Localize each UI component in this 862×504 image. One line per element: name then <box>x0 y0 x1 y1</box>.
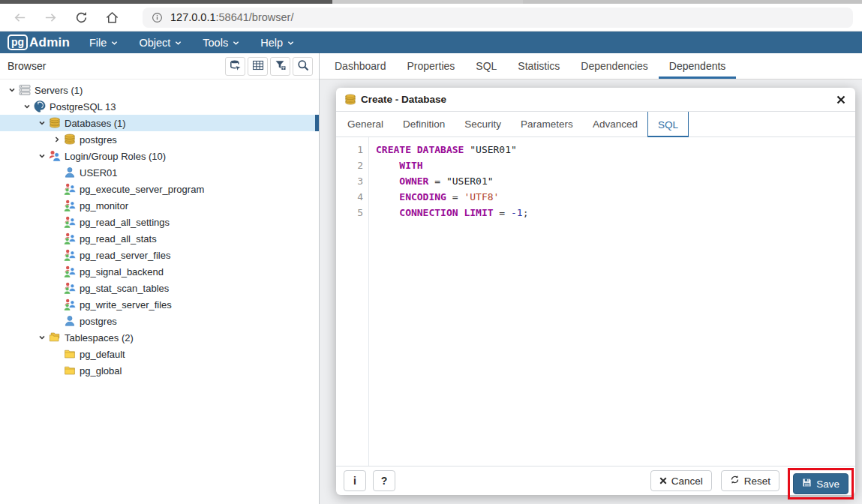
tree-item-label: pg_read_all_settings <box>80 217 170 228</box>
reset-label: Reset <box>744 476 770 487</box>
line-number-gutter: 12345 <box>336 137 369 466</box>
tree-item-label: pg_signal_backend <box>80 266 164 278</box>
chevron-down-icon[interactable] <box>36 334 48 341</box>
tree-item[interactable]: Databases (1) <box>0 115 319 131</box>
info-button[interactable]: i <box>344 470 366 491</box>
cancel-x-icon <box>659 476 667 487</box>
tree-item[interactable]: pg_write_server_files <box>0 296 319 313</box>
reset-button[interactable]: Reset <box>721 470 779 491</box>
browser-panel-title: Browser <box>8 60 225 72</box>
server-icon <box>19 84 32 96</box>
grid-button[interactable] <box>248 57 268 76</box>
browser-panel: Browser Servers (1)PostgreSQL 13Database… <box>0 53 320 504</box>
tree-item[interactable]: pg_global <box>0 362 319 379</box>
menu-file[interactable]: File <box>89 37 118 49</box>
search-button[interactable] <box>293 57 313 76</box>
chevron-right-icon[interactable] <box>51 136 63 143</box>
menu-tools[interactable]: Tools <box>203 37 239 49</box>
tree-item[interactable]: PostgreSQL 13 <box>0 98 319 115</box>
back-icon[interactable] <box>11 8 29 26</box>
dialog-tab-general[interactable]: General <box>338 112 393 136</box>
tab-sql[interactable]: SQL <box>465 53 507 79</box>
tree-item[interactable]: USER01 <box>0 164 319 181</box>
tab-dashboard[interactable]: Dashboard <box>324 53 397 79</box>
menu-object[interactable]: Object <box>139 37 182 49</box>
help-button[interactable]: ? <box>373 470 395 491</box>
tree-item-label: pg_execute_server_program <box>80 184 204 195</box>
object-explorer-button[interactable] <box>225 57 245 76</box>
tree-item-label: pg_stat_scan_tables <box>80 283 169 294</box>
chevron-down-icon[interactable] <box>6 86 18 94</box>
tree-item[interactable]: pg_read_all_stats <box>0 230 319 247</box>
tab-properties[interactable]: Properties <box>397 53 466 79</box>
tree-item[interactable]: Servers (1) <box>0 82 319 98</box>
user-icon <box>64 166 77 178</box>
tree-item[interactable]: postgres <box>0 131 319 148</box>
tab-statistics[interactable]: Statistics <box>507 53 570 79</box>
save-highlight-annotation: Save <box>788 468 854 500</box>
group-roles-icon <box>49 150 62 162</box>
tree-item-label: USER01 <box>80 167 118 178</box>
role-group-icon <box>64 282 77 294</box>
create-database-dialog: Create - Database GeneralDefinitionSecur… <box>336 88 855 495</box>
code-line: CONNECTION LIMIT = -1; <box>376 205 529 220</box>
tree-item[interactable]: pg_stat_scan_tables <box>0 280 319 296</box>
grid-icon <box>252 59 264 74</box>
sql-editor[interactable]: 12345 CREATE DATABASE "USER01" WITH OWNE… <box>336 137 855 466</box>
reset-icon <box>730 475 740 487</box>
reload-icon[interactable] <box>72 8 90 26</box>
folder-icon <box>64 348 77 360</box>
tab-dependents[interactable]: Dependents <box>659 53 737 79</box>
role-group-icon <box>64 249 77 261</box>
info-icon[interactable] <box>152 12 163 23</box>
tree-item[interactable]: pg_default <box>0 346 319 362</box>
menu-label: Tools <box>203 37 228 49</box>
database-icon <box>344 94 356 106</box>
tree-item[interactable]: Login/Group Roles (10) <box>0 148 319 164</box>
folder-icon <box>64 364 77 376</box>
line-number: 4 <box>336 189 363 205</box>
role-group-icon <box>64 200 77 212</box>
save-button[interactable]: Save <box>793 473 848 494</box>
dialog-tab-advanced[interactable]: Advanced <box>583 112 647 136</box>
browser-panel-toolbar <box>225 57 313 76</box>
browser-tab-bar <box>523 0 862 4</box>
dialog-tab-sql[interactable]: SQL <box>647 112 689 137</box>
active-browser-tab-edge <box>0 0 332 4</box>
forward-icon[interactable] <box>41 8 59 26</box>
object-explorer-icon <box>230 59 242 74</box>
chevron-down-icon[interactable] <box>36 152 48 160</box>
tree-item[interactable]: Tablespaces (2) <box>0 329 319 346</box>
database-icon <box>64 134 77 146</box>
cancel-button[interactable]: Cancel <box>650 470 712 491</box>
chevron-down-icon[interactable] <box>21 103 33 110</box>
tree-item-label: postgres <box>80 316 117 327</box>
menu-label: Object <box>139 37 170 49</box>
dialog-tab-parameters[interactable]: Parameters <box>511 112 583 136</box>
home-icon[interactable] <box>103 8 121 26</box>
tree-item-label: Servers (1) <box>35 85 83 96</box>
tree-item[interactable]: pg_signal_backend <box>0 263 319 280</box>
close-icon[interactable] <box>835 94 847 106</box>
role-group-icon <box>64 266 77 278</box>
tree-item[interactable]: pg_read_server_files <box>0 247 319 263</box>
url-bar[interactable]: 127.0.0.1:58641/browser/ <box>143 8 853 28</box>
tree-item-label: pg_monitor <box>80 200 128 212</box>
tree-item[interactable]: pg_monitor <box>0 197 319 214</box>
dialog-tab-security[interactable]: Security <box>455 112 511 136</box>
tree-item[interactable]: pg_read_all_settings <box>0 214 319 230</box>
object-tree: Servers (1)PostgreSQL 13Databases (1)pos… <box>0 80 319 504</box>
filter-button[interactable] <box>270 57 290 76</box>
tree-item[interactable]: pg_execute_server_program <box>0 181 319 197</box>
menu-help[interactable]: Help <box>260 37 294 49</box>
chevron-down-icon[interactable] <box>36 119 48 127</box>
menu-bar: FileObjectToolsHelp <box>89 37 294 49</box>
tree-item[interactable]: postgres <box>0 313 319 329</box>
main-tab-bar: DashboardPropertiesSQLStatisticsDependen… <box>320 53 862 80</box>
browser-toolbar: 127.0.0.1:58641/browser/ <box>0 4 862 32</box>
line-number: 5 <box>336 205 363 220</box>
tab-dependencies[interactable]: Dependencies <box>570 53 659 79</box>
tree-item-label: Tablespaces (2) <box>65 332 134 344</box>
dialog-tab-definition[interactable]: Definition <box>393 112 455 136</box>
code-line: WITH <box>376 158 529 173</box>
